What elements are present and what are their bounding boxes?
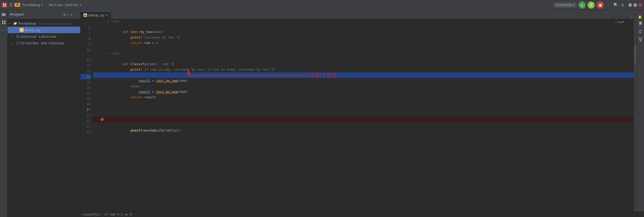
run-button[interactable]: ▶ (579, 2, 586, 9)
usage-hint-1: 1 usage (93, 19, 634, 24)
notification-icon[interactable]: 🔔 (636, 15, 644, 19)
svg-rect-10 (639, 31, 641, 32)
svg-rect-2 (3, 5, 4, 7)
code-lines: 1 usage def incr_by_two(num): print('Inc… (93, 19, 634, 211)
project-folder-icon: 📁 (13, 21, 17, 25)
svg-rect-3 (5, 5, 6, 7)
search-icon[interactable]: 🔍 (613, 2, 619, 8)
arrow-down-icon: ▾ (9, 22, 12, 25)
code-line-22: result = classify(int(a)) (93, 117, 634, 122)
code-line-24 (93, 128, 634, 133)
code-line-13: if num % 2 == 0: (93, 67, 634, 72)
version-control-menu[interactable]: Version control ▾ (49, 3, 81, 7)
tree-root-project[interactable]: ▾ 📁 TestDebug D:\Project\TestDebug (8, 20, 80, 27)
code-line-19 (93, 100, 634, 106)
code-line-15: else: (93, 78, 634, 83)
tab-debug-py[interactable]: py Debug.py ✕ (80, 11, 111, 19)
tree-item-scratches[interactable]: ▸ Scratches and Consoles (8, 40, 80, 46)
svg-rect-7 (4, 23, 6, 24)
code-editor: ⚠ 2 ▲ ▼ 6 7 8 9 (80, 19, 644, 211)
hamburger-menu-icon[interactable]: ☰ (9, 3, 13, 7)
debug-py-label: Debug.py (25, 28, 41, 32)
collapse-icon[interactable]: ☐ (67, 13, 69, 17)
code-line-9 (93, 40, 634, 46)
project-root-label: TestDebug D:\Project\TestDebug (18, 22, 71, 25)
code-line-6: def incr_by_two(num): (93, 24, 634, 29)
tree-item-external-libs[interactable]: ▸ External Libraries (8, 33, 80, 40)
breadcrumb-condition: if num % 2 == 0 (104, 213, 132, 216)
svg-rect-9 (639, 30, 642, 30)
app-icon (2, 3, 7, 8)
code-line-11: def classify(num): num: 8 (93, 56, 634, 61)
activity-bar: ··· (0, 10, 8, 217)
maximize-button[interactable]: □ (633, 3, 637, 7)
svg-rect-8 (17, 35, 20, 38)
project-title[interactable]: TestDebug ▾ (22, 3, 43, 7)
svg-rect-6 (2, 23, 4, 24)
profile-button[interactable]: G (588, 2, 595, 9)
bookmarks-icon[interactable] (637, 20, 644, 27)
tree-item-debugpy[interactable]: Debug.py (8, 27, 80, 33)
code-line-8: return num + 2 (93, 35, 634, 40)
title-bar-left: ☰ TD TestDebug ▾ Version control ▾ (2, 3, 82, 8)
more-tools-icon[interactable]: ··· (1, 27, 7, 34)
sync-icon[interactable]: ⊕ (63, 13, 65, 17)
code-line-20: ▶ if __name__ == '__main__': (93, 106, 634, 111)
svg-point-14 (640, 40, 641, 41)
settings-icon[interactable]: ⚙ (621, 2, 624, 8)
scratches-arrow-icon: ▸ (12, 42, 15, 45)
python-file-icon (20, 28, 24, 32)
folder-icon[interactable] (1, 11, 7, 18)
window-controls: — □ ✕ (628, 3, 642, 7)
breadcrumb-function: classify() (83, 213, 101, 216)
sidebar-title: Project (10, 13, 62, 16)
close-button[interactable]: ✕ (638, 3, 642, 7)
stop-button[interactable]: ■ (597, 2, 604, 9)
structure-icon[interactable] (1, 19, 7, 26)
tab-close-icon[interactable]: ✕ (106, 13, 108, 17)
close-sidebar-icon[interactable]: ✕ (71, 13, 73, 17)
svg-rect-11 (639, 32, 641, 33)
title-bar: ☰ TD TestDebug ▾ Version control ▾ Curre… (0, 0, 644, 10)
code-line-16: result = incr_by_one(num) (93, 83, 634, 89)
code-line-10 (93, 46, 634, 51)
code-line-14: result = incr_by_two(num) (93, 72, 634, 78)
scrollbar-thumb[interactable] (634, 45, 636, 65)
code-scroll-area[interactable]: 6 7 8 9 10 11 12 13 14 15 16 17 (80, 19, 634, 211)
git-icon[interactable] (637, 36, 644, 43)
tab-file-icon: py (84, 13, 87, 17)
minimize-button[interactable]: — (628, 3, 632, 7)
current-file-button[interactable]: Current File ▾ (553, 3, 577, 8)
more-options-icon[interactable]: ⋮ (606, 2, 611, 8)
code-line-18 (93, 95, 634, 100)
breadcrumb: classify() › if num % 2 == 0 (80, 211, 644, 217)
structure-right-icon[interactable] (637, 28, 644, 35)
tab-bar: py Debug.py ✕ ⋮ 🔔 (80, 10, 644, 19)
breadcrumb-separator: › (102, 213, 103, 216)
line-numbers: 6 7 8 9 10 11 12 13 14 15 16 17 (80, 19, 93, 211)
sidebar: Project ⊕ ☐ ✕ ⋮ ▾ 📁 TestDebug D:\Project… (8, 10, 80, 217)
main-content: ··· Project ⊕ ☐ ✕ ⋮ ▾ 📁 TestDebug D:\Pro… (0, 10, 644, 217)
tab-label: Debug.py (89, 13, 104, 17)
svg-point-13 (641, 38, 642, 39)
title-bar-right: Current File ▾ ▶ G ■ ⋮ 🔍 ⚙ — □ ✕ (553, 2, 642, 9)
svg-rect-5 (4, 21, 6, 22)
sidebar-tree: ▾ 📁 TestDebug D:\Project\TestDebug Debug… (8, 19, 80, 217)
usage-hint-2: 1 usage (93, 51, 634, 56)
vertical-scrollbar[interactable] (634, 19, 636, 211)
arrow-right-icon: ▸ (12, 35, 15, 38)
svg-point-12 (639, 38, 640, 39)
tab-options-icon[interactable]: ⋮ (627, 14, 636, 19)
breakpoint-dot (101, 118, 104, 121)
code-line-23: print(result) (93, 122, 634, 128)
project-badge: TD (15, 3, 20, 7)
code-line-12: print('if num is odd, increase by one; i… (93, 61, 634, 67)
scratches-label: Scratches and Consoles (21, 41, 64, 45)
svg-rect-1 (5, 4, 6, 5)
sidebar-menu-icon[interactable]: ⋮ (74, 13, 78, 17)
code-line-7: print('Increase by two.') (93, 29, 634, 35)
run-arrow-icon: ▶ (87, 106, 89, 112)
sidebar-header: Project ⊕ ☐ ✕ ⋮ (8, 10, 80, 19)
code-line-21: a = input('Please input an integer:') (93, 111, 634, 117)
external-libs-icon (16, 34, 20, 38)
